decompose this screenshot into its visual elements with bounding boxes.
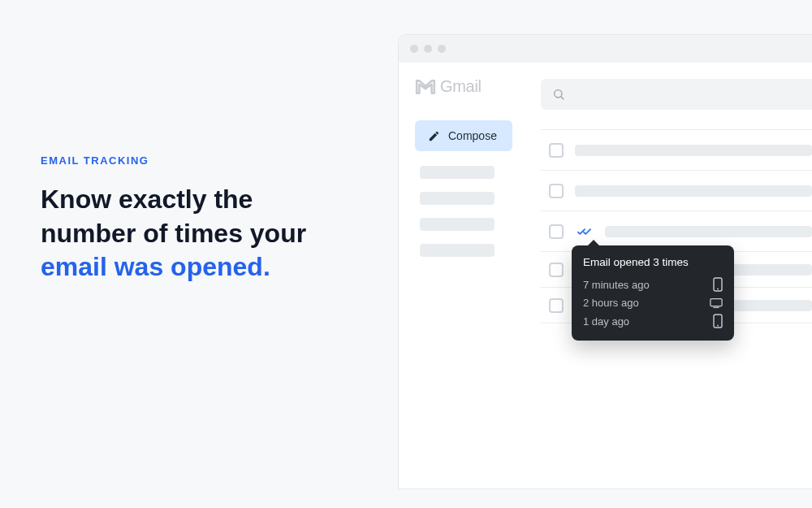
tooltip-open-entry: 2 hours ago [583,294,723,311]
svg-rect-4 [710,298,722,306]
row-content-placeholder [575,145,812,156]
row-content-placeholder [605,226,812,237]
row-checkbox[interactable] [549,184,564,198]
email-list: Email opened 3 times 7 minutes ago 2 hou… [541,129,812,323]
sidebar-item-placeholder[interactable] [420,166,495,179]
traffic-light-max-icon[interactable] [438,45,446,53]
row-checkbox[interactable] [549,263,564,277]
svg-point-7 [717,325,719,327]
open-tracking-tooltip: Email opened 3 times 7 minutes ago 2 hou… [572,245,734,341]
double-check-icon [575,226,594,237]
svg-line-1 [561,97,564,99]
mobile-icon [713,277,723,292]
row-checkbox[interactable] [549,298,564,313]
headline-highlight: email was opened. [41,252,270,281]
row-content-placeholder [575,185,812,197]
search-input[interactable] [541,79,812,110]
headline: Know exactly the number of times your em… [41,183,349,284]
search-icon [552,88,565,101]
gmail-brand-text: Gmail [440,77,482,96]
gmail-m-icon [415,79,436,95]
traffic-light-min-icon[interactable] [424,45,432,53]
tooltip-time: 2 hours ago [583,297,639,309]
sidebar-item-placeholder[interactable] [420,244,495,257]
gmail-app: Gmail Compose [399,63,812,488]
sidebar: Gmail Compose [399,63,541,488]
main-pane: Email opened 3 times 7 minutes ago 2 hou… [541,63,812,488]
tooltip-time: 7 minutes ago [583,279,650,291]
email-row[interactable] [541,171,812,211]
tooltip-time: 1 day ago [583,315,629,328]
email-row-tracked[interactable]: Email opened 3 times 7 minutes ago 2 hou… [541,211,812,252]
mobile-icon [713,314,723,328]
tooltip-open-entry: 1 day ago [583,311,723,331]
sidebar-item-placeholder[interactable] [420,218,495,231]
row-checkbox[interactable] [549,143,564,158]
row-checkbox[interactable] [549,224,564,239]
email-row[interactable] [541,130,812,171]
browser-window: Gmail Compose [398,34,812,489]
headline-plain: Know exactly the number of times your [41,185,306,248]
traffic-light-close-icon[interactable] [410,45,418,53]
tooltip-open-entry: 7 minutes ago [583,275,723,294]
marketing-copy: EMAIL TRACKING Know exactly the number o… [41,154,349,284]
eyebrow-label: EMAIL TRACKING [41,154,349,167]
compose-label: Compose [448,129,497,142]
gmail-logo: Gmail [415,77,528,96]
compose-button[interactable]: Compose [415,120,512,151]
sidebar-item-placeholder[interactable] [420,192,495,205]
window-titlebar [399,35,812,63]
pencil-icon [428,130,440,142]
tooltip-title: Email opened 3 times [583,256,723,268]
svg-point-3 [717,289,719,290]
desktop-icon [710,297,723,309]
